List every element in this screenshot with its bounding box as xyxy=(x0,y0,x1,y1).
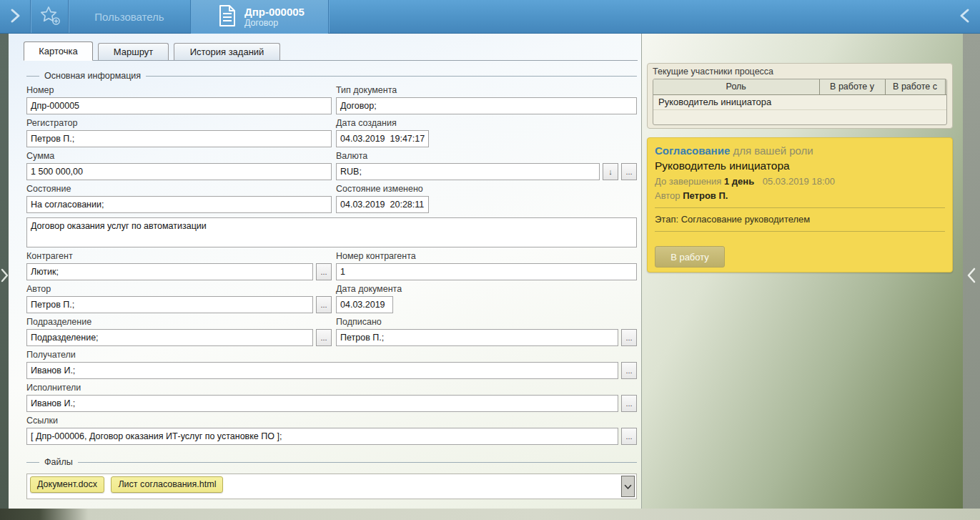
deadline-date: 05.03.2019 18:00 xyxy=(763,176,835,187)
file-chip-document[interactable]: Документ.docx xyxy=(30,476,104,493)
bottom-status-band xyxy=(0,509,980,520)
author-label: Автор xyxy=(26,284,332,295)
topbar-tab-document[interactable]: Дпр-000005 Договор xyxy=(191,0,328,34)
favorites-button[interactable] xyxy=(34,5,66,29)
participants-title: Текущие участники процесса xyxy=(653,67,947,77)
ellipsis-icon: ... xyxy=(320,333,327,342)
recipients-label: Получатели xyxy=(26,350,637,360)
signed-ellipsis-button[interactable]: ... xyxy=(621,329,637,346)
card-tabstrip: Карточка Маршрут История заданий xyxy=(24,41,638,61)
number-label: Номер xyxy=(26,85,332,96)
participant-row-empty xyxy=(653,109,946,124)
ellipsis-icon: ... xyxy=(320,300,327,309)
currency-label: Валюта xyxy=(336,151,637,162)
chevron-right-icon xyxy=(1,268,9,285)
task-card: Согласование для вашей роли Руководитель… xyxy=(647,137,953,273)
ellipsis-icon: ... xyxy=(625,167,632,176)
doc-tab-title: Дпр-000005 xyxy=(244,6,305,18)
number-field[interactable]: Дпр-000005 xyxy=(26,97,332,114)
state-changed-label: Состояние изменено xyxy=(336,184,637,195)
topbar-separator xyxy=(30,0,31,33)
ellipsis-icon: ... xyxy=(625,366,632,375)
group-files: Файлы xyxy=(26,456,637,468)
participants-table: Роль В работе у В работе с Руководитель … xyxy=(653,79,947,125)
amount-label: Сумма xyxy=(26,151,332,162)
file-chip-approval-sheet[interactable]: Лист согласования.html xyxy=(111,476,223,493)
links-ellipsis-button[interactable]: ... xyxy=(621,428,637,445)
department-field[interactable]: Подразделение; xyxy=(26,329,313,346)
ellipsis-icon: ... xyxy=(320,268,327,276)
tab-card[interactable]: Карточка xyxy=(24,41,93,61)
created-field[interactable]: 04.03.2019 19:47:17 xyxy=(336,130,429,147)
registrar-label: Регистратор xyxy=(26,118,332,129)
deadline-label: До завершения xyxy=(655,176,721,187)
chevron-left-icon xyxy=(958,7,972,27)
doc-date-label: Дата документа xyxy=(336,284,637,295)
column-header-in-work-since[interactable]: В работе с xyxy=(885,79,945,94)
chevron-right-icon xyxy=(8,7,22,27)
topbar-tab-user[interactable]: Пользователь xyxy=(69,0,190,34)
doc-tab-subtitle: Договор xyxy=(244,18,305,29)
user-tab-label: Пользователь xyxy=(94,11,164,23)
task-author-label: Автор xyxy=(655,190,680,201)
group-main-info: Основная информация xyxy=(26,70,637,82)
topbar-separator xyxy=(328,0,329,33)
state-changed-field[interactable]: 04.03.2019 20:28:11 xyxy=(336,196,429,213)
document-card-panel: Карточка Маршрут История заданий Основна… xyxy=(9,34,642,509)
created-label: Дата создания xyxy=(336,118,637,129)
contractor-number-field[interactable]: 1 xyxy=(336,263,637,280)
executors-field[interactable]: Иванов И.; xyxy=(26,395,618,412)
amount-field[interactable]: 1 500 000,00 xyxy=(26,163,332,180)
author-ellipsis-button[interactable]: ... xyxy=(316,296,332,313)
deadline-value: 1 день xyxy=(724,176,754,187)
topbar-collapse-button[interactable] xyxy=(954,6,976,28)
links-field[interactable]: [ Дпр-000006, Договор оказания ИТ-услуг … xyxy=(26,428,618,445)
recipients-ellipsis-button[interactable]: ... xyxy=(621,362,637,379)
column-header-role[interactable]: Роль xyxy=(653,79,819,94)
contractor-ellipsis-button[interactable]: ... xyxy=(316,263,332,280)
nav-forward-button[interactable] xyxy=(4,6,26,28)
state-field[interactable]: На согласовании; xyxy=(26,196,332,213)
doc-type-label: Тип документа xyxy=(336,85,637,96)
currency-ellipsis-button[interactable]: ... xyxy=(621,163,637,180)
doc-type-field[interactable]: Договор; xyxy=(336,97,637,114)
department-label: Подразделение xyxy=(26,317,332,328)
participant-row[interactable]: Руководитель инициатора xyxy=(653,94,946,109)
participant-role-cell: Руководитель инициатора xyxy=(653,94,946,109)
take-to-work-button[interactable]: В работу xyxy=(655,246,725,268)
currency-dropdown-button[interactable]: ↓ xyxy=(603,163,618,180)
currency-field[interactable]: RUB; xyxy=(336,163,600,180)
author-field[interactable]: Петров П.; xyxy=(26,296,313,313)
files-scroll-button[interactable] xyxy=(621,476,635,497)
column-header-in-work-at[interactable]: В работе у xyxy=(819,79,885,94)
star-plus-icon xyxy=(39,5,61,29)
signed-label: Подписано xyxy=(336,317,637,328)
chevron-down-icon xyxy=(624,480,632,493)
department-ellipsis-button[interactable]: ... xyxy=(316,329,332,346)
topbar: Пользователь Дпр-000005 Договор xyxy=(0,0,980,34)
left-splitter-expand-button[interactable] xyxy=(0,34,9,520)
links-label: Ссылки xyxy=(26,416,637,426)
doc-date-field[interactable]: 04.03.2019 xyxy=(336,296,393,313)
task-action-suffix: для вашей роли xyxy=(733,144,813,157)
arrow-down-icon: ↓ xyxy=(608,167,613,176)
ellipsis-icon: ... xyxy=(625,333,632,342)
state-label: Состояние xyxy=(26,184,332,195)
group-main-info-label: Основная информация xyxy=(44,71,141,81)
tab-task-history[interactable]: История заданий xyxy=(174,43,280,60)
registrar-field[interactable]: Петров П.; xyxy=(26,130,332,147)
ellipsis-icon: ... xyxy=(625,399,632,408)
executors-ellipsis-button[interactable]: ... xyxy=(621,395,637,412)
column-header-filler xyxy=(945,79,946,94)
task-author-value: Петров П. xyxy=(683,190,728,201)
description-field[interactable]: Договор оказания услуг по автоматизации xyxy=(26,217,637,247)
signed-field[interactable]: Петров П.; xyxy=(336,329,618,346)
task-role: Руководитель инициатора xyxy=(655,160,945,172)
task-action: Согласование xyxy=(655,144,730,157)
right-splitter-expand-button[interactable] xyxy=(963,34,980,520)
app-window: Пользователь Дпр-000005 Договор xyxy=(0,0,980,520)
ellipsis-icon: ... xyxy=(625,432,632,441)
tab-route[interactable]: Маршрут xyxy=(98,43,169,60)
contractor-field[interactable]: Лютик; xyxy=(26,263,313,280)
recipients-field[interactable]: Иванов И.; xyxy=(26,362,618,379)
